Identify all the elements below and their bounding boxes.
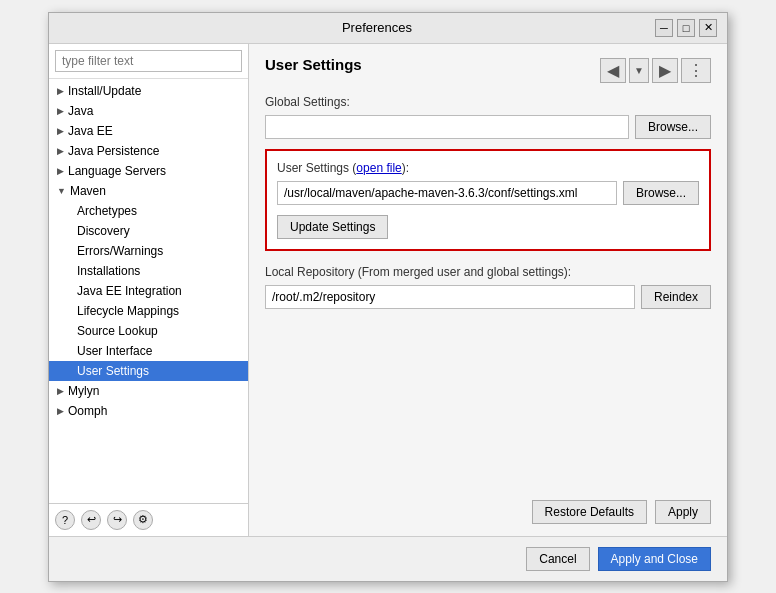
- apply-button[interactable]: Apply: [655, 500, 711, 524]
- window-controls: ─ □ ✕: [655, 19, 717, 37]
- maximize-button[interactable]: □: [677, 19, 695, 37]
- sidebar-item-label: Source Lookup: [77, 324, 158, 338]
- sidebar-item-label: Install/Update: [68, 84, 141, 98]
- sidebar-item-label: Java EE: [68, 124, 113, 138]
- sidebar-item-label: Java EE Integration: [77, 284, 182, 298]
- sidebar-item-label: Archetypes: [77, 204, 137, 218]
- cancel-button[interactable]: Cancel: [526, 547, 589, 571]
- main-panel: User Settings ◀ ▼ ▶ ⋮ Global Settings: B…: [249, 44, 727, 536]
- local-repo-row: Reindex: [265, 285, 711, 309]
- sidebar-item-java-ee[interactable]: ▶Java EE: [49, 121, 248, 141]
- apply-close-button[interactable]: Apply and Close: [598, 547, 711, 571]
- title-bar: Preferences ─ □ ✕: [49, 13, 727, 44]
- local-repo-label: Local Repository (From merged user and g…: [265, 265, 711, 279]
- sidebar-item-source-lookup[interactable]: Source Lookup: [49, 321, 248, 341]
- sidebar-item-label: Java Persistence: [68, 144, 159, 158]
- sidebar-item-label: Oomph: [68, 404, 107, 418]
- back-dropdown-button[interactable]: ▼: [629, 58, 649, 83]
- sidebar-item-java-persistence[interactable]: ▶Java Persistence: [49, 141, 248, 161]
- sidebar-item-oomph[interactable]: ▶Oomph: [49, 401, 248, 421]
- update-btn-row: Update Settings: [277, 215, 699, 239]
- tree: ▶Install/Update▶Java▶Java EE▶Java Persis…: [49, 79, 248, 503]
- sidebar-item-user-interface[interactable]: User Interface: [49, 341, 248, 361]
- dialog-title: Preferences: [99, 20, 655, 35]
- sidebar-item-java-ee-integration[interactable]: Java EE Integration: [49, 281, 248, 301]
- sidebar-item-label: Mylyn: [68, 384, 99, 398]
- sidebar-item-user-settings[interactable]: User Settings: [49, 361, 248, 381]
- sidebar-item-label: Lifecycle Mappings: [77, 304, 179, 318]
- user-browse-button[interactable]: Browse...: [623, 181, 699, 205]
- sidebar-item-errors-warnings[interactable]: Errors/Warnings: [49, 241, 248, 261]
- global-settings-label: Global Settings:: [265, 95, 711, 109]
- sidebar-item-lifecycle-mappings[interactable]: Lifecycle Mappings: [49, 301, 248, 321]
- import-icon[interactable]: ↩: [81, 510, 101, 530]
- user-settings-input-row: Browse...: [277, 181, 699, 205]
- user-settings-input[interactable]: [277, 181, 617, 205]
- sidebar-item-label: Java: [68, 104, 93, 118]
- sidebar-item-archetypes[interactable]: Archetypes: [49, 201, 248, 221]
- sidebar-item-discovery[interactable]: Discovery: [49, 221, 248, 241]
- user-settings-box: User Settings (open file): Browse... Upd…: [265, 149, 711, 251]
- sidebar-item-installations[interactable]: Installations: [49, 261, 248, 281]
- sidebar-item-install-update[interactable]: ▶Install/Update: [49, 81, 248, 101]
- global-settings-row: Browse...: [265, 115, 711, 139]
- sidebar-item-maven[interactable]: ▼Maven: [49, 181, 248, 201]
- sidebar-item-language-servers[interactable]: ▶Language Servers: [49, 161, 248, 181]
- user-settings-label: User Settings (open file):: [277, 161, 699, 175]
- sidebar-item-label: Errors/Warnings: [77, 244, 163, 258]
- filter-box: [49, 44, 248, 79]
- restore-defaults-button[interactable]: Restore Defaults: [532, 500, 647, 524]
- local-repo-input[interactable]: [265, 285, 635, 309]
- open-file-link[interactable]: open file: [356, 161, 401, 175]
- reindex-button[interactable]: Reindex: [641, 285, 711, 309]
- sidebar-item-java[interactable]: ▶Java: [49, 101, 248, 121]
- global-browse-button[interactable]: Browse...: [635, 115, 711, 139]
- sidebar-item-label: User Interface: [77, 344, 152, 358]
- close-button[interactable]: ✕: [699, 19, 717, 37]
- back-button[interactable]: ◀: [600, 58, 626, 83]
- export-icon[interactable]: ↪: [107, 510, 127, 530]
- preferences-dialog: Preferences ─ □ ✕ ▶Install/Update▶Java▶J…: [48, 12, 728, 582]
- sidebar-item-mylyn[interactable]: ▶Mylyn: [49, 381, 248, 401]
- menu-button[interactable]: ⋮: [681, 58, 711, 83]
- sidebar-item-label: Discovery: [77, 224, 130, 238]
- minimize-button[interactable]: ─: [655, 19, 673, 37]
- sidebar: ▶Install/Update▶Java▶Java EE▶Java Persis…: [49, 44, 249, 536]
- sidebar-item-label: User Settings: [77, 364, 149, 378]
- sidebar-footer: ? ↩ ↪ ⚙: [49, 503, 248, 536]
- update-settings-button[interactable]: Update Settings: [277, 215, 388, 239]
- settings-icon[interactable]: ⚙: [133, 510, 153, 530]
- filter-input[interactable]: [55, 50, 242, 72]
- help-icon[interactable]: ?: [55, 510, 75, 530]
- toolbar: ◀ ▼ ▶ ⋮: [600, 58, 711, 83]
- dialog-content: ▶Install/Update▶Java▶Java EE▶Java Persis…: [49, 44, 727, 536]
- sidebar-item-label: Language Servers: [68, 164, 166, 178]
- forward-button[interactable]: ▶: [652, 58, 678, 83]
- bottom-buttons: Cancel Apply and Close: [49, 536, 727, 581]
- sidebar-item-label: Maven: [70, 184, 106, 198]
- secondary-buttons: Restore Defaults Apply: [265, 500, 711, 524]
- sidebar-item-label: Installations: [77, 264, 140, 278]
- global-settings-input[interactable]: [265, 115, 629, 139]
- panel-title: User Settings: [265, 56, 362, 73]
